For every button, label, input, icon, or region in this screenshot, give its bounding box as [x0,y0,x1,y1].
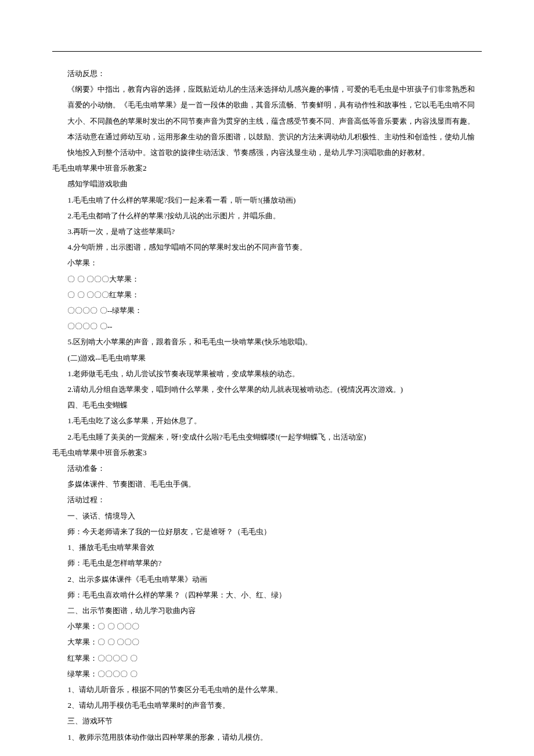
text-line: 2.毛毛虫睡了美美的一觉醒来，呀!变成什么啦?毛毛虫变蝴蝶喽!(一起学蝴蝶飞，出… [52,429,482,445]
text-line: 小苹果： [52,255,482,271]
text-line: 1、请幼儿听音乐，根据不同的节奏区分毛毛虫啃的是什么苹果。 [52,682,482,697]
text-line: (二)游戏--毛毛虫啃苹果 [52,350,482,366]
text-line: 大苹果：〇 〇 〇〇〇 [52,634,482,650]
text-line: 〇〇〇〇 〇--绿苹果： [52,303,482,318]
text-line: 活动准备： [52,460,482,476]
text-line: 毛毛虫啃苹果中班音乐教案3 [52,445,482,460]
text-line: 一、谈话、情境导入 [52,508,482,524]
text-line: 〇 〇 〇〇〇大苹果： [52,271,482,287]
text-line: 《纲要》中指出，教育内容的选择，应既贴近幼儿的生活来选择幼儿感兴趣的事情，可爱的… [52,81,482,160]
text-line: 3.再听一次，是啃了这些苹果吗? [52,224,482,239]
text-line: 1、教师示范用肢体动作做出四种苹果的形象，请幼儿模仿。 [52,729,482,745]
horizontal-rule [52,51,482,52]
text-line: 红苹果：〇〇〇〇 〇 [52,650,482,666]
text-line: 四、毛毛虫变蝴蝶 [52,397,482,413]
text-line: 多媒体课件、节奏图谱、毛毛虫手偶。 [52,476,482,492]
text-line: 2.毛毛虫都啃了什么样的苹果?按幼儿说的出示图片，并唱乐曲。 [52,208,482,224]
text-line: 毛毛虫啃苹果中班音乐教案2 [52,160,482,176]
text-line: 2、请幼儿用手模仿毛毛虫啃苹果时的声音节奏。 [52,697,482,713]
text-line: 绿苹果：〇〇〇〇 〇 [52,666,482,682]
text-line: 师：毛毛虫是怎样啃苹果的? [52,555,482,571]
text-line: 活动反思： [52,66,482,81]
text-line: 〇〇〇〇 〇-- [52,318,482,334]
text-line: 三、游戏环节 [52,713,482,729]
text-line: 5.区别啃大小苹果的声音，跟着音乐，和毛毛虫一块啃苹果(快乐地歌唱)。 [52,334,482,350]
text-line: 2、出示多媒体课件《毛毛虫啃苹果》动画 [52,571,482,587]
text-line: 1.老师做毛毛虫，幼儿尝试按节奏表现苹果被啃，变成苹果核的动态。 [52,366,482,381]
text-line: 1.毛毛虫吃了这么多苹果，开始休息了。 [52,413,482,429]
text-line: 〇 〇 〇〇〇红苹果： [52,287,482,303]
text-line: 1.毛毛虫啃了什么样的苹果呢?我们一起来看一看，听一听!(播放动画) [52,192,482,208]
text-line: 4.分句听辨，出示图谱，感知学唱啃不同的苹果时发出的不同声音节奏。 [52,239,482,255]
text-line: 小苹果：〇 〇 〇〇〇 [52,618,482,634]
text-line: 师：毛毛虫喜欢啃什么样的苹果？（四种苹果：大、小、红、绿） [52,587,482,603]
text-line: 感知学唱游戏歌曲 [52,176,482,192]
text-line: 师：今天老师请来了我的一位好朋友，它是谁呀？（毛毛虫） [52,524,482,539]
document-page: 活动反思：《纲要》中指出，教育内容的选择，应既贴近幼儿的生活来选择幼儿感兴趣的事… [0,0,534,756]
text-line: 二、出示节奏图谱，幼儿学习歌曲内容 [52,603,482,618]
text-line: 活动过程： [52,492,482,507]
text-line: 1、播放毛毛虫啃苹果音效 [52,539,482,555]
text-line: 2.请幼儿分组自选苹果变，唱到啃什么苹果，变什么苹果的幼儿就表现被啃动态。(视情… [52,381,482,397]
document-body: 活动反思：《纲要》中指出，教育内容的选择，应既贴近幼儿的生活来选择幼儿感兴趣的事… [52,66,482,745]
